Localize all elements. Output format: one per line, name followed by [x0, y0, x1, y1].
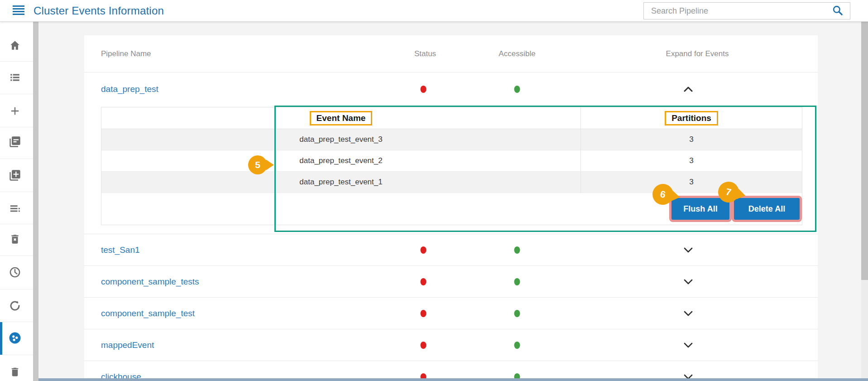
column-header-status: Status — [414, 35, 436, 72]
chevron-down-icon[interactable] — [683, 342, 694, 349]
events-table-header: Event Name Partitions — [101, 107, 802, 129]
event-name-header: Event Name — [310, 111, 373, 125]
refresh-icon[interactable] — [9, 300, 21, 312]
clock-icon[interactable] — [9, 266, 21, 279]
chevron-down-icon[interactable] — [683, 246, 694, 254]
pipeline-link[interactable]: test_San1 — [101, 245, 140, 255]
event-name: data_prep_test_event_2 — [101, 150, 581, 171]
partitions-header: Partitions — [665, 111, 718, 125]
events-table: Event Name Partitions data_prep_test_eve… — [101, 107, 802, 225]
top-app-bar: Cluster Events Information — [0, 0, 868, 22]
event-row: data_prep_test_event_3 3 — [101, 129, 802, 150]
annotation-marker-7: 7 — [716, 180, 741, 205]
status-dot-green — [514, 86, 520, 93]
flush-all-button[interactable]: Flush All — [671, 198, 729, 220]
delete-all-button[interactable]: Delete All — [734, 198, 800, 220]
search-box — [643, 2, 850, 19]
pipeline-link[interactable]: mappedEvent — [101, 340, 154, 350]
chevron-down-icon[interactable] — [683, 278, 694, 285]
status-dot-green — [514, 246, 520, 254]
table-row: component_sample_test — [84, 297, 818, 329]
table-row: mappedEvent — [84, 329, 818, 361]
pipeline-link[interactable]: component_sample_tests — [101, 277, 199, 287]
app-window: Cluster Events Information — [0, 0, 868, 381]
active-item-indicator — [0, 322, 2, 355]
list-icon[interactable] — [9, 72, 21, 83]
vertical-scrollbar-thumb[interactable] — [861, 22, 868, 280]
chevron-up-icon[interactable] — [683, 86, 694, 93]
add-icon[interactable] — [9, 105, 21, 117]
event-name: data_prep_test_event_1 — [101, 172, 581, 193]
table-row: data_prep_test — [84, 72, 818, 106]
left-nav-sidebar — [0, 22, 33, 381]
search-input[interactable] — [644, 3, 825, 19]
sidebar-scrollbar[interactable] — [33, 22, 38, 381]
delete-forever-icon[interactable] — [9, 233, 21, 245]
table-row: test_San1 — [84, 234, 818, 265]
status-dot-red — [421, 86, 427, 93]
horizontal-scrollbar[interactable] — [38, 378, 868, 381]
search-icon — [832, 5, 844, 18]
status-dot-green — [514, 310, 520, 317]
event-partitions: 3 — [581, 172, 802, 193]
library-add-icon[interactable] — [9, 169, 21, 182]
menu-icon[interactable] — [13, 5, 24, 16]
column-header-pipeline-name: Pipeline Name — [101, 35, 151, 72]
event-row: data_prep_test_event_2 3 — [101, 150, 802, 172]
event-name: data_prep_test_event_3 — [101, 129, 581, 150]
status-dot-green — [514, 342, 520, 349]
events-actions-row: Flush All Delete All — [101, 193, 802, 225]
status-dot-green — [514, 278, 520, 285]
chevron-down-icon[interactable] — [683, 310, 694, 317]
event-row: data_prep_test_event_1 3 — [101, 172, 802, 193]
event-partitions: 3 — [581, 129, 802, 150]
search-button[interactable] — [825, 3, 850, 19]
page-title: Cluster Events Information — [34, 0, 164, 22]
status-dot-red — [421, 246, 427, 254]
annotation-marker-6: 6 — [651, 182, 675, 206]
cluster-icon[interactable] — [8, 331, 22, 345]
pipeline-link[interactable]: component_sample_test — [101, 309, 195, 318]
status-dot-red — [421, 278, 427, 285]
list-alt-icon[interactable] — [9, 203, 21, 215]
trash-icon[interactable] — [10, 367, 21, 378]
annotation-marker-5: 5 — [248, 155, 267, 174]
table-row: component_sample_tests — [84, 265, 818, 297]
column-header-accessible: Accessible — [499, 35, 535, 72]
event-partitions: 3 — [581, 150, 802, 171]
pipeline-link[interactable]: data_prep_test — [101, 84, 158, 94]
library-docs-icon[interactable] — [9, 135, 21, 148]
home-icon[interactable] — [9, 39, 21, 51]
status-dot-red — [421, 342, 427, 349]
status-dot-red — [421, 310, 427, 317]
column-header-expand: Expand for Events — [666, 35, 729, 72]
